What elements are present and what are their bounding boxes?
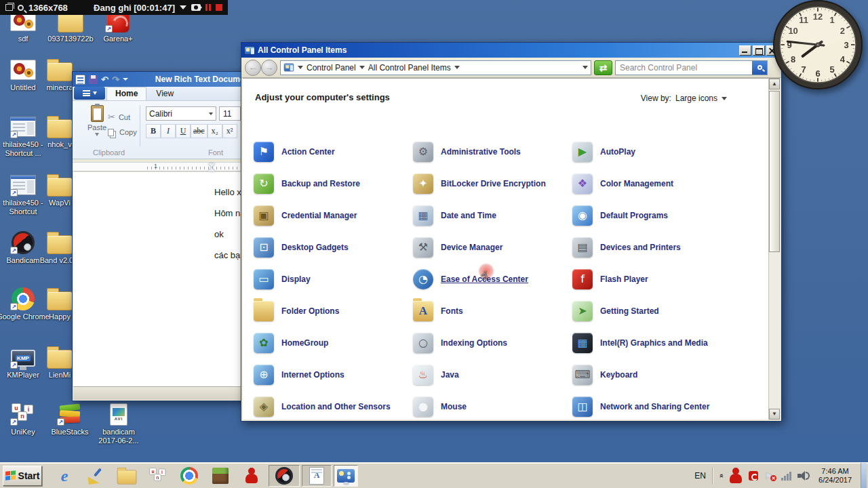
font-family-select[interactable]: Calibri [146,106,216,121]
undo-icon[interactable]: ↶ [101,75,108,85]
cp-item-keyboard[interactable]: ⌨Keyboard [572,359,732,390]
chevron-down-icon[interactable] [359,66,365,69]
cp-item-ease-of-access-center[interactable]: ◔Ease of Access Center☝ [413,263,572,295]
cp-item-homegroup[interactable]: ✿HomeGroup [254,327,413,359]
cp-item-flash-player[interactable]: fFlash Player [572,263,732,295]
cp-item-bitlocker-drive-encryption[interactable]: ✦BitLocker Drive Encryption [413,167,572,199]
redo-icon[interactable]: ↷ [112,75,119,85]
taskbar-garena-icon[interactable] [236,465,267,487]
bandicam-2017-06-2-icon: AVI [105,403,132,426]
garena-tray-icon[interactable] [729,468,743,484]
cp-item-location-and-other-sensors[interactable]: ◈Location and Other Sensors [254,390,413,420]
chevron-down-icon[interactable] [454,66,460,69]
language-indicator[interactable]: EN [694,471,706,481]
tab-home[interactable]: Home [106,87,146,100]
volume-icon[interactable] [797,470,810,481]
desktop-icon-bandicam-2017-06-2[interactable]: AVIbandicam 2017-06-2... [92,403,145,445]
desktop-icon-label: bandicam 2017-06-2... [92,428,145,445]
cp-item-desktop-gadgets[interactable]: ⊡Desktop Gadgets [254,231,413,263]
refresh-button[interactable]: ⇄ [594,60,612,75]
font-bold-button[interactable]: B [146,124,161,138]
taskbar-window-control-panel[interactable] [334,465,358,487]
search-input[interactable] [620,63,752,73]
bandicam-restore-icon[interactable] [5,4,13,11]
hidden-icons-chevron-icon[interactable]: » [717,473,725,477]
search-button[interactable] [752,61,767,75]
desktop-icon-unikey[interactable]: uin↗UniKey [0,403,50,436]
taskbar-unikey-icon[interactable]: uin [142,465,174,487]
view-by-value[interactable]: Large icons [675,94,717,103]
taskbar-window-bandicam[interactable] [269,465,300,487]
bandicam-tray-icon[interactable] [749,471,758,481]
copy-button[interactable]: Copy [108,128,137,136]
breadcrumb-control-panel[interactable]: Control Panel [307,63,356,73]
view-by-control[interactable]: View by: Large icons [641,94,727,103]
breadcrumb[interactable]: Control Panel All Control Panel Items [280,60,591,75]
breadcrumb-all-items[interactable]: All Control Panel Items [368,63,451,73]
quick-access-dropdown-icon[interactable] [123,78,128,81]
cp-item-fonts[interactable]: AFonts [413,295,572,327]
chevron-down-icon[interactable] [298,66,303,69]
tab-view[interactable]: View [148,87,182,100]
bandicam-dropdown-icon[interactable] [180,5,186,9]
clock-gadget[interactable]: 123456789101112 [770,0,865,92]
font-superscript-button[interactable]: x² [222,124,237,138]
back-button[interactable]: ← [245,60,261,76]
cp-item-backup-and-restore[interactable]: ↻Backup and Restore [254,167,413,199]
font-underline-button[interactable]: U [176,124,191,138]
show-desktop-button[interactable] [861,463,867,488]
getting-started-icon: ➤ [572,301,593,321]
taskbar-ccleaner-icon[interactable] [80,465,111,487]
taskbar-minecraft-icon[interactable] [205,465,236,487]
forward-button[interactable]: → [261,60,277,76]
bandicam-pause-icon[interactable] [205,4,211,11]
cp-item-date-and-time[interactable]: ▦Date and Time [413,199,572,231]
font-italic-button[interactable]: I [161,124,176,138]
cp-item-administrative-tools[interactable]: ⚙Administrative Tools [413,136,572,167]
cp-item-device-manager[interactable]: ⚒Device Manager [413,231,572,263]
control-panel-titlebar[interactable]: All Control Panel Items [241,43,781,58]
wordpad-menu-button[interactable] [74,87,105,100]
font-size-select[interactable]: 11 [219,106,241,121]
minimize-button[interactable] [739,45,751,56]
cp-item-indexing-options[interactable]: ○Indexing Options [413,327,572,359]
cp-item-display[interactable]: ▭Display [254,263,413,295]
bandicam-camera-icon[interactable] [191,4,201,11]
nhok-v-icon [46,115,73,138]
network-signal-icon[interactable] [781,471,791,481]
maximize-button[interactable] [753,45,765,56]
taskbar-window-wordpad[interactable]: A [302,465,332,487]
paste-button[interactable]: Paste [82,105,112,144]
bandicam-magnifier-icon[interactable] [18,5,24,11]
taskbar-windows-explorer-icon[interactable] [111,465,142,487]
taskbar-google-chrome-icon[interactable] [174,465,205,487]
cp-item-internet-options[interactable]: ⊕Internet Options [254,359,413,390]
cp-item-java[interactable]: ♨Java [413,359,572,390]
chevron-down-icon[interactable] [722,97,727,100]
desktop-icon-bluestacks[interactable]: ↗BlueStacks [43,403,96,436]
scroll-down-button[interactable]: ▼ [769,409,780,420]
cp-item-folder-options[interactable]: Folder Options [254,295,413,327]
cp-item-intel-r-graphics-and-media[interactable]: ▦Intel(R) Graphics and Media [572,327,732,359]
shortcut-arrow-icon: ↗ [57,418,64,426]
cp-item-mouse[interactable]: ●Mouse [413,390,572,420]
tray-clock[interactable]: 7:46 AM 6/24/2017 [816,467,854,485]
cp-item-devices-and-printers[interactable]: ▤Devices and Printers [572,231,732,263]
cp-item-action-center[interactable]: ⚑Action Center [254,136,413,167]
cp-item-autoplay[interactable]: ▶AutoPlay [572,136,732,167]
bandicam-stop-icon[interactable] [216,4,222,11]
cp-item-getting-started[interactable]: ➤Getting Started [572,295,732,327]
start-button[interactable]: Start [3,466,42,486]
cp-item-credential-manager[interactable]: ▣Credential Manager [254,199,413,231]
save-icon[interactable] [89,75,98,84]
address-history-dropdown-icon[interactable] [583,66,588,69]
scrollbar-thumb[interactable] [769,91,780,252]
cp-item-default-programs[interactable]: ◉Default Programs [572,199,732,231]
cut-button[interactable]: ✂ Cut [108,112,130,122]
font-subscript-button[interactable]: x₂ [208,124,222,138]
taskbar-internet-explorer-icon[interactable]: e [49,465,80,487]
cp-item-color-management[interactable]: ❖Color Management [572,167,732,199]
font-strikethrough-button[interactable]: abc [191,124,208,138]
cp-item-network-and-sharing-center[interactable]: ◫Network and Sharing Center [572,390,732,420]
action-center-flag-icon[interactable]: ⚑✕ [764,470,775,481]
